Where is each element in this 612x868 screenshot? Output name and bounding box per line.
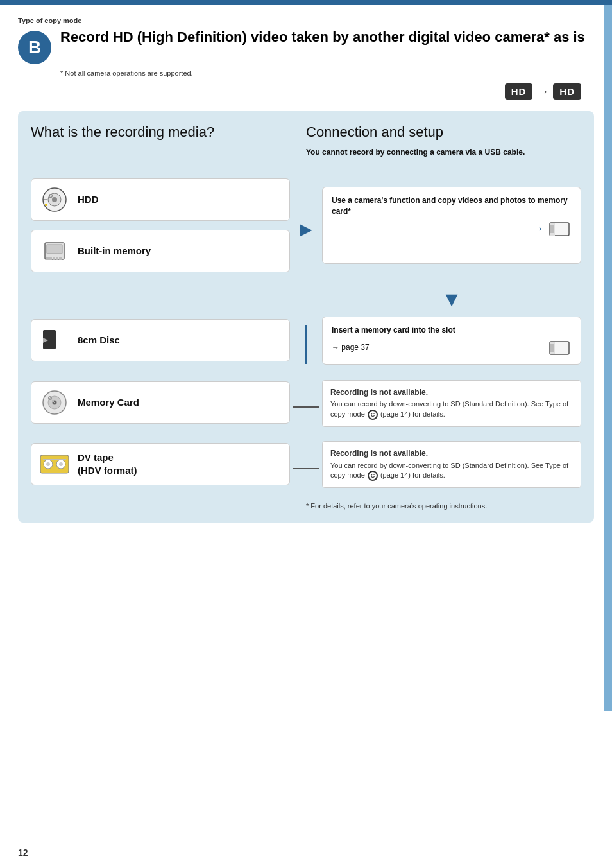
right-insert-box: Insert a memory card into the slot → pag… <box>322 317 581 374</box>
not-available-2-body: You can record by down-converting to SD … <box>330 461 573 481</box>
left-section-heading: What is the recording media? <box>31 124 306 168</box>
subtitle-note: * Not all camera operations are supporte… <box>60 69 594 77</box>
hdd-label: HDD <box>78 193 99 206</box>
svg-point-32 <box>59 462 63 466</box>
disc-label: 8cm Disc <box>78 334 120 347</box>
memcard-icon <box>40 388 69 417</box>
mode-letter-circle: B <box>18 31 51 64</box>
not-available-1-body: You can record by down-converting to SD … <box>330 399 573 419</box>
not-available-2-title: Recording is not available. <box>330 448 573 459</box>
media-item-dvtape: DV tape(HDV format) <box>31 443 290 485</box>
copy-connector: → <box>332 219 572 239</box>
svg-rect-14 <box>550 223 555 236</box>
right-heading-text: Connection and setup <box>306 124 581 141</box>
builtin-icon <box>40 237 69 265</box>
center-line-3 <box>290 406 322 408</box>
svg-rect-11 <box>59 257 62 260</box>
left-memcard-group: Memory Card <box>31 381 290 433</box>
media-item-disc: 8cm Disc <box>31 319 290 361</box>
circle-g-icon-1: C <box>368 410 378 420</box>
right-section-heading: Connection and setup You cannot record b… <box>306 124 581 168</box>
right-copy-box: Use a camera's function and copy videos … <box>322 187 581 273</box>
svg-rect-12 <box>47 245 62 254</box>
dvtape-label: DV tape(HDV format) <box>78 452 137 476</box>
not-available-1-title: Recording is not available. <box>330 387 573 398</box>
center-arrow-1: ► <box>290 178 322 281</box>
builtin-label: Built-in memory <box>78 245 151 257</box>
memcard-label: Memory Card <box>78 396 139 409</box>
hd-to-badge: HD <box>553 83 581 100</box>
svg-rect-20 <box>550 342 555 354</box>
hdd-icon <box>40 186 69 214</box>
media-item-hdd: HDD <box>31 178 290 221</box>
circle-g-icon-2: C <box>368 471 378 481</box>
connection-note: You cannot record by connecting a camera… <box>306 147 581 158</box>
page-title: Record HD (High Definition) video taken … <box>60 28 594 46</box>
right-not-available-2: Recording is not available. You can reco… <box>322 441 581 496</box>
svg-rect-8 <box>49 257 52 260</box>
svg-point-5 <box>45 204 47 206</box>
left-disc-group: 8cm Disc <box>31 319 290 370</box>
svg-rect-33 <box>43 459 66 460</box>
top-bar <box>0 0 612 5</box>
hd-badge-row: HD → HD <box>18 83 581 100</box>
svg-rect-10 <box>56 257 58 260</box>
left-hdd-builtin-group: HDD <box>31 178 290 281</box>
hd-arrow-icon: → <box>536 84 549 99</box>
left-dvtape-group: DV tape(HDV format) <box>31 443 290 494</box>
svg-rect-7 <box>46 257 49 260</box>
page-number: 12 <box>18 847 28 858</box>
center-line-2 <box>290 326 322 364</box>
left-heading-text: What is the recording media? <box>31 124 306 141</box>
memory-card-icon-1 <box>548 221 572 238</box>
right-not-available-1: Recording is not available. You can reco… <box>322 380 581 435</box>
bottom-footnote: * For details, refer to your camera’s op… <box>306 502 581 510</box>
copy-mode-label: Type of copy mode <box>18 17 594 24</box>
mode-letter: B <box>28 37 41 58</box>
content-area: Type of copy mode B Record HD (High Defi… <box>0 5 612 542</box>
page-reference: → page 37 <box>332 342 370 353</box>
page-container: Type of copy mode B Record HD (High Defi… <box>0 0 612 868</box>
insert-box-title: Insert a memory card into the slot <box>332 325 572 336</box>
media-item-memcard: Memory Card <box>31 381 290 424</box>
main-layout: What is the recording media? Connection … <box>18 111 594 523</box>
media-item-builtin: Built-in memory <box>31 230 290 272</box>
center-line-4 <box>290 468 322 469</box>
copy-box-title: Use a camera's function and copy videos … <box>332 195 572 217</box>
dvtape-icon <box>40 450 69 478</box>
disc-icon <box>40 326 69 354</box>
svg-point-30 <box>46 462 50 466</box>
memory-card-icon-2 <box>548 340 572 356</box>
svg-rect-9 <box>53 257 55 260</box>
header-row: B Record HD (High Definition) video take… <box>18 28 594 64</box>
hd-badges: HD → HD <box>505 83 581 100</box>
hd-from-badge: HD <box>505 83 533 100</box>
svg-point-2 <box>52 197 57 202</box>
